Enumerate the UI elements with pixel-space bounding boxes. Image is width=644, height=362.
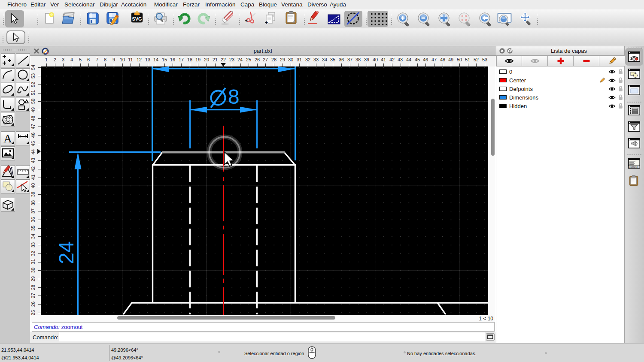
svg-text:SVG: SVG: [132, 16, 142, 21]
svg-text:A: A: [3, 132, 12, 145]
svg-text:+: +: [265, 20, 268, 25]
svg-text:+: +: [245, 18, 249, 24]
svg-text:command: command: [629, 166, 638, 168]
svg-text:24: 24: [55, 241, 78, 264]
svg-text:8: 8: [228, 85, 240, 108]
